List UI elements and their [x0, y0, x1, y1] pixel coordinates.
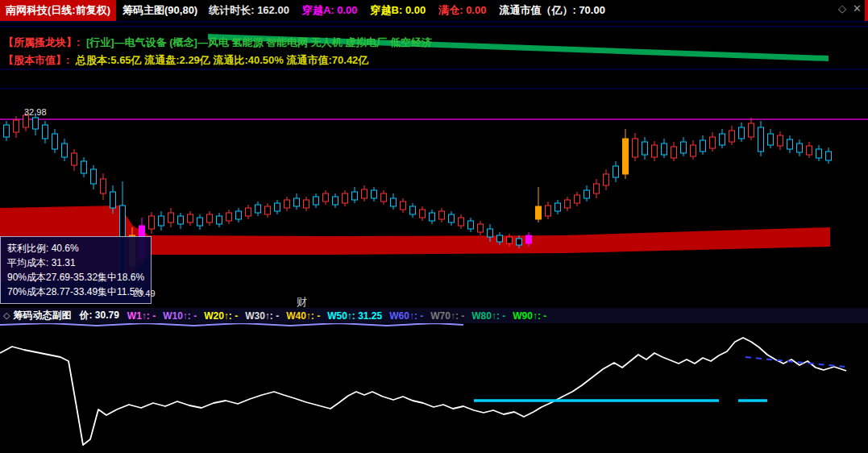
capital-label: 【股本市值】: [3, 54, 69, 66]
w-indicator-item: W20↑: - [204, 310, 238, 322]
tooltip-line-avg-cost: 平均成本: 31.31 [7, 256, 144, 270]
w-indicator-item: W90↑: - [513, 310, 546, 322]
w-indicator-item: W50↑: 31.25 [327, 310, 382, 322]
chart-canvas [0, 0, 868, 453]
w-indicator-item: W80↑: - [471, 310, 505, 322]
tooltip-line-70pct-cost: 70%成本28.77-33.49集中11.5% [7, 285, 144, 299]
chip-distribution-tooltip: 获利比例: 40.6% 平均成本: 31.31 90%成本27.69-35.32… [0, 236, 152, 304]
w-indicator-item: W60↑: - [389, 310, 423, 322]
title-bar: 南网科技(日线:前复权) 筹码主图(90,80) 统计时长: 162.00穿越A… [0, 0, 868, 21]
right-edge-marker [865, 0, 868, 21]
tooltip-line-90pct-cost: 90%成本27.69-35.32集中18.6% [7, 270, 144, 285]
w-indicator-item: W10↑: - [163, 310, 197, 322]
sub-price-pair: 价: 30.79 [79, 309, 118, 322]
high-price-label: 32.98 [24, 107, 47, 117]
tooltip-line-profit-ratio: 获利比例: 40.6% [7, 241, 144, 256]
stock-name-badge[interactable]: 南网科技(日线:前复权) [0, 0, 116, 21]
stat-item: 流通市值（亿）: 70.00 [499, 3, 604, 18]
sector-value[interactable]: [行业]—电气设备 (概念]—风电 氢能源 智能电网 无人机 虚拟电厂 低空经济 [86, 36, 432, 48]
titlebar-icons: ◇ ✕ [838, 2, 862, 15]
close-icon[interactable]: ✕ [853, 2, 862, 15]
trading-app-window: 南网科技(日线:前复权) 筹码主图(90,80) 统计时长: 162.00穿越A… [0, 0, 868, 453]
sector-label: 【所属搔龙块】: [3, 36, 80, 48]
sector-info-line: 【所属搔龙块】: [行业]—电气设备 (概念]—风电 氢能源 智能电网 无人机 … [3, 35, 432, 50]
sub-panel-title[interactable]: 筹码动态副图 [13, 309, 71, 322]
w-indicator-item: W70↑: - [430, 310, 464, 322]
capital-value: 总股本:5.65亿 流通盘:2.29亿 流通比:40.50% 流通市值:70.4… [76, 54, 368, 66]
sub-price-label: 价: [79, 310, 92, 321]
w-indicators-row: W1↑: -W10↑: -W20↑: -W30↑: -W40↑: -W50↑: … [127, 310, 554, 322]
capital-info-line: 【股本市值】: 总股本:5.65亿 流通盘:2.29亿 流通比:40.50% 流… [3, 53, 368, 68]
sub-panel-header: ◇ 筹码动态副图 价: 30.79 W1↑: -W10↑: -W20↑: -W3… [0, 308, 868, 323]
stat-item: 穿越A: 0.00 [302, 3, 358, 18]
main-indicator-label[interactable]: 筹码主图(90,80) [123, 3, 197, 18]
stat-item: 统计时长: 162.00 [209, 3, 289, 18]
indicator-stats-row: 统计时长: 162.00穿越A: 0.00穿越B: 0.00满仓: 0.00流通… [209, 3, 618, 18]
stat-item: 满仓: 0.00 [438, 3, 486, 18]
w-indicator-item: W40↑: - [286, 310, 320, 322]
w-indicator-item: W30↑: - [245, 310, 279, 322]
sub-price-value: 30.79 [95, 310, 119, 321]
w-indicator-item: W1↑: - [127, 310, 156, 322]
stat-item: 穿越B: 0.00 [371, 3, 426, 18]
sub-panel-marker-icon[interactable]: ◇ [3, 310, 10, 321]
low-price-label: 23.49 [133, 289, 156, 298]
diamond-icon[interactable]: ◇ [838, 2, 846, 15]
